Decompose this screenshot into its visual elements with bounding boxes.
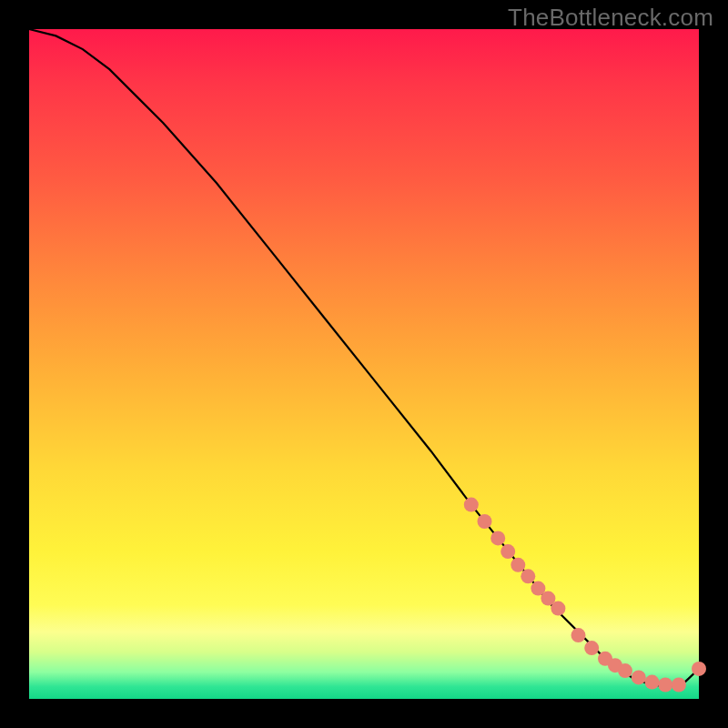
scatter-dot [658,678,672,693]
scatter-dot [672,678,686,693]
scatter-dot [478,514,492,529]
scatter-dot [500,544,515,559]
scatter-dot [618,663,632,678]
scatter-dot [551,602,565,616]
watermark-text: TheBottleneck.com [508,4,713,32]
scatter-dots [464,498,706,693]
scatter-dot [490,531,505,545]
scatter-dot [464,498,479,512]
scatter-dot [632,670,646,684]
chart-frame: TheBottleneck.com [0,0,728,728]
scatter-dot [645,675,660,690]
scatter-dot [584,641,599,655]
bottleneck-curve-path [29,29,699,685]
chart-svg [29,29,699,699]
scatter-dot [692,662,706,676]
scatter-dot [571,628,586,642]
scatter-dot [511,558,525,572]
plot-area [29,29,699,699]
scatter-dot [521,569,535,583]
